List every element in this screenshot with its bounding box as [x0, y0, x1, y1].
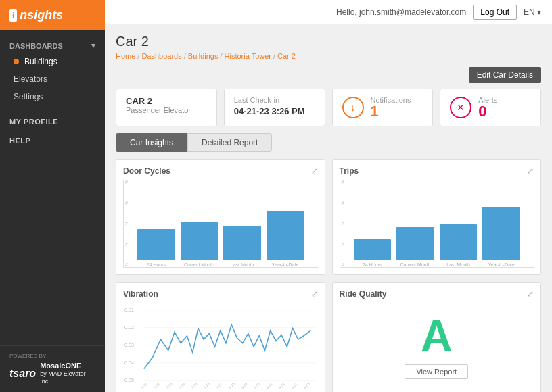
dashboards-section: DASHBOARDS ▾ Buildings Elevators Setting…: [0, 30, 105, 112]
bar-label-current-month: Current Month: [184, 262, 214, 267]
ride-quality-header: Ride Quality ⤢: [340, 289, 534, 299]
checkin-card: Last Check-in 04-21-23 3:26 PM: [224, 89, 325, 126]
page-content: Car 2 Home / Dashboards / Buildings / Hi…: [105, 24, 552, 392]
trips-bar-group-current-month: Current Month: [396, 227, 434, 267]
svg-text:3-31: 3-31: [265, 382, 273, 390]
bar-group-last-month: Last Month: [223, 226, 261, 267]
trips-bar-24h: [354, 239, 392, 260]
car-name-value: CAR 2: [126, 96, 207, 106]
language-selector[interactable]: EN ▾: [524, 7, 541, 17]
trips-bar-current-month: [396, 227, 434, 260]
alerts-card: ✕ Alerts 0: [440, 89, 541, 126]
charts-grid: Door Cycles ⤢ # # # # #: [116, 159, 541, 392]
door-cycles-bars: # # # # # 24 Hours Current Month: [123, 180, 318, 268]
sidebar-item-settings[interactable]: Settings: [0, 88, 105, 105]
bar-current-month: [181, 222, 218, 260]
dashboards-heading[interactable]: DASHBOARDS ▾: [0, 37, 105, 53]
sidebar-item-help[interactable]: HELP: [0, 131, 105, 150]
door-cycles-y-axis: # # # # #: [124, 180, 129, 267]
svg-text:4-01: 4-01: [278, 382, 285, 390]
bar-label-24h: 24 Hours: [147, 262, 166, 267]
trips-title: Trips: [340, 166, 359, 176]
vibration-expand-icon[interactable]: ⤢: [311, 289, 318, 299]
trips-header: Trips ⤢: [340, 166, 534, 176]
edit-car-button[interactable]: Edit Car Details: [469, 67, 541, 83]
bar-label-last-month: Last Month: [231, 262, 254, 267]
sidebar-item-my-profile[interactable]: MY PROFILE: [0, 112, 105, 131]
trips-bar-group-last-month: Last Month: [440, 224, 478, 267]
breadcrumb-dashboards[interactable]: Dashboards: [141, 52, 181, 60]
breadcrumb-car[interactable]: Car 2: [277, 52, 296, 60]
mosaic-logo: MosaicONE by MAD Elevator Inc.: [40, 362, 95, 385]
tab-car-insights[interactable]: Car Insights: [116, 133, 187, 152]
view-report-button[interactable]: View Report: [405, 364, 468, 379]
trips-expand-icon[interactable]: ⤢: [527, 166, 534, 176]
trips-bars: # # # # # 24 Hours Current Month: [340, 180, 534, 268]
alerts-content: Alerts 0: [478, 96, 497, 119]
trips-bar-label-current-month: Current Month: [400, 262, 431, 267]
svg-text:4-03: 4-03: [303, 382, 310, 390]
svg-text:0.04: 0.04: [124, 360, 134, 366]
svg-text:3-24: 3-24: [178, 382, 185, 390]
svg-text:0.02: 0.02: [124, 324, 134, 330]
trips-bar-label-24h: 24 Hours: [363, 262, 382, 267]
vibration-svg: 0.01 0.02 0.03 0.04 0.05: [123, 303, 318, 391]
sidebar-item-buildings[interactable]: Buildings: [0, 53, 105, 70]
breadcrumb-buildings[interactable]: Buildings: [188, 52, 218, 60]
logo-area: i nsights: [0, 0, 105, 30]
sidebar-footer: POWERED BY tsaro MosaicONE by MAD Elevat…: [0, 345, 105, 392]
door-cycles-title: Door Cycles: [123, 166, 170, 176]
ride-quality-chart: Ride Quality ⤢ A View Report: [332, 282, 542, 392]
notifications-card: ↓ Notifications 1: [332, 89, 434, 126]
door-cycles-header: Door Cycles ⤢: [123, 166, 318, 176]
checkin-label: Last Check-in: [234, 96, 315, 104]
door-cycles-expand-icon[interactable]: ⤢: [311, 166, 318, 176]
trips-bar-label-ytd: Year-to-Date: [488, 262, 514, 267]
svg-text:3-22: 3-22: [153, 382, 160, 390]
brand-logos: tsaro MosaicONE by MAD Elevator Inc.: [9, 362, 95, 385]
bar-24h: [137, 229, 175, 260]
bar-group-24h: 24 Hours: [137, 229, 175, 267]
logout-button[interactable]: Log Out: [473, 5, 517, 20]
trips-bar-chart: # # # # # 24 Hours Current Month: [340, 180, 534, 268]
sidebar: i nsights DASHBOARDS ▾ Buildings Elevato…: [0, 0, 105, 392]
topbar: Hello, john.smith@madelevator.com Log Ou…: [105, 0, 552, 24]
bar-group-current-month: Current Month: [181, 222, 218, 267]
svg-text:3-23: 3-23: [165, 382, 172, 390]
trips-bar-last-month: [440, 224, 478, 260]
logo-text: nsights: [20, 8, 63, 22]
svg-text:3-27: 3-27: [215, 382, 223, 390]
trips-chart: Trips ⤢ # # # # # 24 Ho: [332, 159, 542, 275]
breadcrumb-tower[interactable]: Historia Tower: [225, 52, 272, 60]
vibration-line-chart: 0.01 0.02 0.03 0.04 0.05: [123, 303, 318, 391]
logo-box: i: [9, 9, 17, 22]
trips-bar-group-24h: 24 Hours: [354, 239, 392, 267]
trips-y-axis: # # # # #: [340, 180, 346, 267]
breadcrumb: Home / Dashboards / Buildings / Historia…: [116, 52, 541, 60]
sidebar-item-elevators[interactable]: Elevators: [0, 70, 105, 88]
svg-text:3-21: 3-21: [140, 382, 147, 390]
vibration-chart: Vibration ⤢ 0.01 0.02 0.03 0.04 0.05: [116, 282, 325, 392]
svg-text:3-30: 3-30: [253, 382, 260, 390]
bar-last-month: [223, 226, 261, 260]
checkin-value: 04-21-23 3:26 PM: [234, 106, 315, 116]
vibration-header: Vibration ⤢: [123, 289, 318, 299]
ride-quality-content: A View Report: [340, 303, 534, 391]
tab-row: Car Insights Detailed Report: [116, 133, 541, 152]
trips-bar-label-last-month: Last Month: [446, 262, 470, 267]
breadcrumb-home[interactable]: Home: [116, 52, 135, 60]
ride-quality-expand-icon[interactable]: ⤢: [527, 289, 534, 299]
svg-text:3-25: 3-25: [190, 382, 198, 390]
trips-bar-group-ytd: Year-to-Date: [482, 207, 520, 267]
info-cards-row: CAR 2 Passenger Elevator Last Check-in 0…: [116, 89, 541, 126]
door-cycles-bar-chart: # # # # # 24 Hours Current Month: [123, 180, 318, 268]
tsaro-logo: tsaro: [9, 368, 36, 380]
main-content: Hello, john.smith@madelevator.com Log Ou…: [105, 0, 552, 392]
tab-detailed-report[interactable]: Detailed Report: [187, 133, 272, 152]
car-name-card: CAR 2 Passenger Elevator: [116, 89, 217, 126]
svg-text:3-26: 3-26: [203, 382, 210, 390]
ride-quality-title: Ride Quality: [340, 289, 387, 299]
ride-quality-grade: A: [421, 314, 452, 358]
svg-text:0.01: 0.01: [124, 307, 134, 313]
car-type-value: Passenger Elevator: [126, 106, 207, 114]
